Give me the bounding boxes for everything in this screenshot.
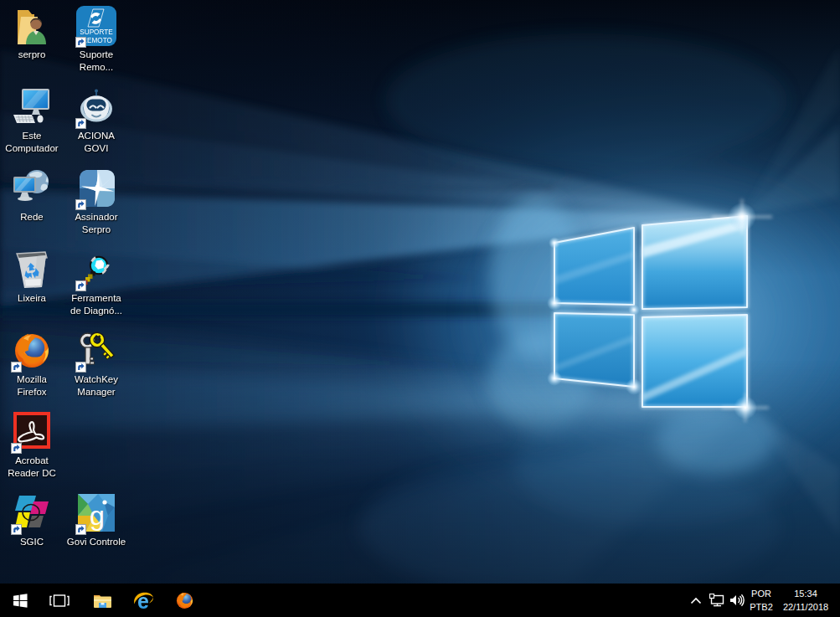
svg-text:g: g — [90, 501, 105, 531]
svg-text:REMOTO: REMOTO — [82, 37, 112, 44]
svg-text:SUPORTE: SUPORTE — [80, 28, 113, 36]
